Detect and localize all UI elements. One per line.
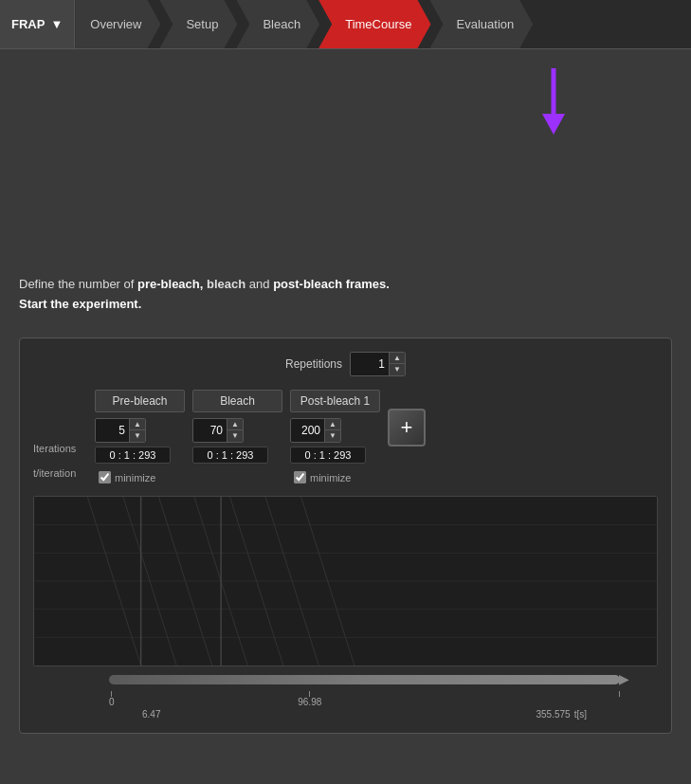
postbleach-header: Post-bleach 1 <box>290 390 380 412</box>
tick-label-1: 96.98 <box>298 697 321 707</box>
tick-label-0: 0 <box>109 697 115 707</box>
prebleach-iter-down[interactable]: ▼ <box>130 430 145 442</box>
chart-svg <box>34 497 657 665</box>
prebleach-time-row: 0 : 1 : 293 <box>95 447 185 464</box>
instruction-and: and <box>249 277 273 291</box>
bleach-iterations-input[interactable]: 70 <box>193 422 227 439</box>
repetitions-increment[interactable]: ▲ <box>390 353 405 364</box>
bleach-iter-down[interactable]: ▼ <box>227 430 243 442</box>
repetitions-input[interactable]: 1 <box>351 356 389 373</box>
postbleach-column: Post-bleach 1 200 ▲ ▼ 0 : 1 : 293 <box>290 390 380 483</box>
postbleach-iterations-input[interactable]: 200 <box>291 422 324 439</box>
step-evaluation[interactable]: Evaluation <box>430 0 534 48</box>
prebleach-minimize-checkbox[interactable] <box>99 471 111 483</box>
bleach-time: 0 : 1 : 293 <box>192 447 268 464</box>
instruction-prebleach: pre-bleach, <box>137 277 207 291</box>
step-bleach[interactable]: Bleach <box>236 0 319 48</box>
frap-label: FRAP <box>11 17 45 31</box>
prebleach-iter-up[interactable]: ▲ <box>130 419 145 430</box>
frap-dropdown-icon: ▼ <box>50 17 63 31</box>
bleach-time-row: 0 : 1 : 293 <box>192 447 282 464</box>
postbleach-iter-down[interactable]: ▼ <box>325 430 340 442</box>
bleach-column: Bleach 70 ▲ ▼ 0 : 1 : 293 <box>192 390 282 467</box>
postbleach-time-row: 0 : 1 : 293 <box>290 447 380 464</box>
phases-section: Iterations t/iteration Pre-bleach 5 ▲ ▼ <box>33 390 658 486</box>
prebleach-column: Pre-bleach 5 ▲ ▼ 0 : 1 : 293 <box>95 390 185 483</box>
phase-row-labels: Iterations t/iteration <box>33 390 95 486</box>
phases-columns: Pre-bleach 5 ▲ ▼ 0 : 1 : 293 <box>95 390 426 483</box>
time-row-label: t/iteration <box>33 462 95 484</box>
chart-area <box>33 496 658 666</box>
bleach-iterations-spinner[interactable]: 70 ▲ ▼ <box>192 418 244 443</box>
sub-tick-right: 355.575 t[s] <box>536 709 588 720</box>
postbleach-iter-up[interactable]: ▲ <box>325 419 340 430</box>
instruction-line1: Define the number of pre-bleach, bleach … <box>19 277 672 291</box>
prebleach-minimize-row: minimize <box>95 471 185 483</box>
workflow-steps: Overview Setup Bleach TimeCourse Evaluat… <box>75 0 691 48</box>
prebleach-iterations-row: 5 ▲ ▼ <box>95 418 185 443</box>
prebleach-minimize-label[interactable]: minimize <box>115 472 155 483</box>
postbleach-iterations-row: 200 ▲ ▼ <box>290 418 380 443</box>
postbleach-minimize-checkbox[interactable] <box>294 471 306 483</box>
spacer-label <box>33 412 95 435</box>
add-phase-button[interactable]: + <box>388 409 426 447</box>
repetitions-decrement[interactable]: ▼ <box>390 364 405 375</box>
purple-indicator-arrow <box>540 68 567 139</box>
bleach-header: Bleach <box>192 390 282 412</box>
postbleach-minimize-row: minimize <box>290 471 380 483</box>
bleach-iterations-row: 70 ▲ ▼ <box>192 418 282 443</box>
instructions-section: Define the number of pre-bleach, bleach … <box>19 277 672 332</box>
prebleach-iterations-spinner[interactable]: 5 ▲ ▼ <box>95 418 146 443</box>
instruction-line2: Start the experiment. <box>19 297 672 311</box>
postbleach-time: 0 : 1 : 293 <box>290 447 366 464</box>
repetitions-spinner[interactable]: 1 ▲ ▼ <box>350 352 406 376</box>
bleach-iter-up[interactable]: ▲ <box>227 419 243 430</box>
iterations-row-label: Iterations <box>33 437 95 460</box>
navigation-bar: FRAP ▼ Overview Setup Bleach TimeCourse … <box>0 0 691 49</box>
prebleach-time: 0 : 1 : 293 <box>95 447 171 464</box>
sub-tick-left: 6.47 <box>142 709 160 720</box>
step-setup[interactable]: Setup <box>159 0 237 48</box>
postbleach-minimize-label[interactable]: minimize <box>310 472 351 483</box>
repetitions-label: Repetitions <box>285 357 342 371</box>
instruction-postbleach: post-bleach frames. <box>273 277 390 291</box>
timeline-area: ▶ 0 96.98 <box>33 672 658 720</box>
instruction-bleach: bleach <box>207 277 245 291</box>
start-experiment-text: Start the experiment. <box>19 297 141 311</box>
postbleach-iterations-spinner[interactable]: 200 ▲ ▼ <box>290 418 341 443</box>
repetitions-spinner-buttons: ▲ ▼ <box>389 353 405 375</box>
main-content: Define the number of pre-bleach, bleach … <box>0 49 691 784</box>
svg-marker-2 <box>542 114 565 135</box>
step-overview[interactable]: Overview <box>75 0 160 48</box>
timecourse-panel: Repetitions 1 ▲ ▼ Iterations t/iteration <box>19 337 672 734</box>
frap-menu[interactable]: FRAP ▼ <box>0 0 75 48</box>
prebleach-header: Pre-bleach <box>95 390 185 412</box>
step-timecourse[interactable]: TimeCourse <box>318 0 430 48</box>
prebleach-iterations-input[interactable]: 5 <box>96 422 129 439</box>
instruction-pre: Define the number of <box>19 277 137 291</box>
repetitions-row: Repetitions 1 ▲ ▼ <box>33 352 658 376</box>
